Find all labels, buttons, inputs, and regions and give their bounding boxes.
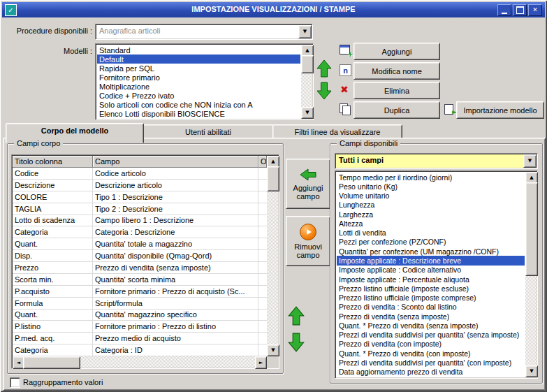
rimuovi-campo-button[interactable]: Rimuovi campo: [286, 216, 330, 266]
campo-disponibile-item[interactable]: Quantita' per confezione (UM magazzino /…: [337, 247, 525, 256]
modelli-item[interactable]: Standard: [97, 45, 300, 55]
campo-disponibile-item[interactable]: Prezzo di vendita : Sconto dal listino: [337, 303, 525, 312]
column-header-campo[interactable]: Campo: [93, 156, 258, 168]
table-vertical-scrollbar[interactable]: ▲ ▼: [267, 156, 278, 356]
campo-disponibile-item[interactable]: Tempo medio per il riordino (giorni): [337, 173, 525, 182]
modelli-item[interactable]: Elenco Lotti disponibili BIOSCIENCE: [97, 109, 300, 118]
procedure-combobox-arrow-button[interactable]: ▼: [298, 25, 312, 38]
field-move-up-button[interactable]: [287, 305, 305, 326]
scroll-down-button[interactable]: ▼: [301, 107, 314, 119]
campo-disponibile-item[interactable]: Prezzi di vendita suddivisi per quantita…: [337, 358, 525, 367]
modelli-item[interactable]: Moltiplicazione: [97, 82, 300, 91]
elimina-button[interactable]: Elimina: [353, 82, 440, 99]
table-cell: P.med. acq.: [13, 333, 93, 344]
aggiungi-button[interactable]: Aggiungi: [353, 43, 440, 60]
table-row[interactable]: CategoriaCategoria : Descrizione: [13, 226, 267, 238]
table-row[interactable]: P.acquistoFornitore primario : Prezzo di…: [13, 286, 267, 298]
modelli-item[interactable]: Fornitore primario: [97, 73, 300, 82]
table-row[interactable]: P.med. acq.Prezzo medio di acquisto: [13, 333, 267, 344]
scrollbar-thumb[interactable]: [267, 166, 279, 191]
procedure-label: Procedure disponibili :: [6, 27, 92, 35]
campo-disponibile-item[interactable]: Imposte applicate : Codice alternativo: [337, 266, 525, 275]
campo-disponibile-item[interactable]: Prezzo di vendita (con imposte): [337, 340, 525, 349]
table-horizontal-scrollbar[interactable]: ◄ ►: [13, 356, 267, 368]
table-row[interactable]: FormulaScript/formula: [13, 298, 267, 310]
scrollbar-corner: [267, 356, 278, 368]
campi-disponibili-scrollbar[interactable]: ▲ ▼: [525, 172, 537, 377]
check-icon: ✓: [8, 6, 13, 14]
scroll-down-button[interactable]: ▼: [267, 344, 279, 356]
field-move-down-button[interactable]: [287, 332, 305, 353]
table-cell: Categoria : ID: [93, 344, 258, 356]
model-move-up-button[interactable]: [316, 59, 333, 78]
campo-disponibile-item[interactable]: Quant. * Prezzo di vendita (senza impost…: [337, 321, 525, 330]
modelli-item[interactable]: Default: [97, 55, 300, 64]
table-row[interactable]: Quant.Quantita' magazzino specifico: [13, 310, 267, 321]
campo-disponibile-item[interactable]: Altezza: [337, 219, 525, 228]
modifica-nome-button[interactable]: Modifica nome: [353, 62, 440, 80]
scrollbar-thumb[interactable]: [301, 55, 314, 73]
model-move-down-button[interactable]: [316, 81, 333, 101]
campo-disponibile-item[interactable]: Prezzo listino ufficiale (imposte compre…: [337, 293, 525, 302]
table-row[interactable]: CodiceCodice articolo: [13, 168, 267, 180]
table-row[interactable]: Lotto di scadenzaCampo libero 1 : Descri…: [13, 215, 267, 227]
campo-disponibile-item[interactable]: Peso unitario (Kg): [337, 182, 525, 191]
arrow-right-icon: ►: [259, 361, 263, 365]
maximize-icon: [516, 6, 524, 14]
campi-filter-combobox[interactable]: Tutti i campi ▼: [335, 153, 538, 169]
modelli-item[interactable]: Solo articoli con codice che NON inizia …: [97, 100, 300, 109]
procedure-combobox-value: Anagrafica articoli: [99, 27, 160, 35]
table-cell: [258, 310, 267, 321]
campo-disponibile-item[interactable]: Prezzo di vendita (senza imposte): [337, 312, 525, 321]
window-title: IMPOSTAZIONE VISUALIZZAZIONI / STAMPE: [58, 5, 489, 13]
table-row[interactable]: PrezzoPrezzo di vendita (senza imposte): [13, 262, 267, 274]
scroll-down-button[interactable]: ▼: [525, 365, 538, 377]
campo-disponibile-item[interactable]: Lunghezza: [337, 201, 525, 210]
modelli-item[interactable]: Codice + Prezzo ivato: [97, 91, 300, 100]
campo-disponibile-item[interactable]: Prezzi di vendita suddivisi per quantita…: [337, 331, 525, 340]
scroll-right-button[interactable]: ►: [255, 356, 267, 369]
campo-disponibile-item[interactable]: Quant. * Prezzo di vendita (con imposte): [337, 349, 525, 358]
maximize-button[interactable]: [513, 4, 527, 16]
table-row[interactable]: Quant.Quantita' totale a magazzino: [13, 238, 267, 250]
minimize-button[interactable]: [497, 4, 511, 16]
close-button[interactable]: ✕: [528, 4, 542, 16]
campo-disponibile-item[interactable]: Pezzi per confezione (PZ/CONF): [337, 238, 525, 247]
campo-disponibile-item[interactable]: Imposte applicate : Descrizione breve: [337, 256, 525, 265]
procedure-combobox[interactable]: Anagrafica articoli ▼: [95, 24, 313, 40]
campo-disponibile-item[interactable]: Larghezza: [337, 210, 525, 219]
campi-corpo-table[interactable]: Titolo colonna Campo Ordi CodiceCodice a…: [11, 154, 279, 369]
table-row[interactable]: P.listinoFornitore primario : Prezzo di …: [13, 321, 267, 333]
scrollbar-thumb[interactable]: [525, 182, 538, 276]
campo-disponibile-item[interactable]: Data aggiornamento prezzo di vendita: [337, 368, 525, 377]
campo-disponibile-item[interactable]: Imposte applicate : Percentuale aliquota: [337, 275, 525, 284]
aggiungi-icon: +: [340, 45, 351, 57]
table-cell: Fornitore primario : Prezzo di listino: [93, 321, 258, 332]
modelli-listbox[interactable]: StandardDefaultRapida per SQLFornitore p…: [95, 43, 314, 120]
table-row[interactable]: TAGLIATipo 2 : Descrizione: [13, 203, 267, 215]
titlebar[interactable]: ✓ IMPOSTAZIONE VISUALIZZAZIONI / STAMPE …: [2, 2, 545, 17]
table-row[interactable]: CategoriaCategoria : ID: [13, 344, 267, 356]
campi-corpo-group-label: Campi corpo: [14, 139, 63, 147]
table-row[interactable]: Scorta min.Quantita' scorta minima: [13, 274, 267, 286]
modelli-item[interactable]: Rapida per SQL: [97, 64, 300, 73]
aggiungi-campo-button[interactable]: Aggiungi campo: [286, 159, 330, 209]
raggruppamento-checkbox[interactable]: [10, 377, 20, 388]
campi-filter-combobox-arrow-button[interactable]: ▼: [523, 154, 537, 168]
duplica-button[interactable]: Duplica: [353, 101, 440, 119]
campo-disponibile-item[interactable]: Volume unitario: [337, 191, 525, 201]
campo-disponibile-item[interactable]: Prezzo listino ufficiale (imposte esclus…: [337, 284, 525, 293]
table-row[interactable]: Disp.Quantita' disponibile (Qmag-Qord): [13, 250, 267, 262]
campi-disponibili-group-label: Campi disponibili: [337, 139, 400, 147]
tab-label: Utenti abilitati: [185, 128, 231, 136]
table-row[interactable]: DescrizioneDescrizione articolo: [13, 180, 267, 191]
column-header-ordinamento[interactable]: Ordi: [258, 156, 267, 168]
campo-disponibile-item[interactable]: Lotti di vendita: [337, 228, 525, 238]
table-cell: Descrizione: [13, 180, 93, 191]
modelli-scrollbar[interactable]: ▲ ▼: [301, 45, 312, 119]
column-header-titolo-colonna[interactable]: Titolo colonna: [13, 156, 93, 168]
campi-disponibili-listbox[interactable]: Tempo medio per il riordino (giorni)Peso…: [335, 170, 538, 379]
scrollbar-thumb[interactable]: [23, 356, 80, 369]
importazione-modello-button[interactable]: Importazione modello: [456, 101, 544, 119]
table-row[interactable]: COLORETipo 1 : Descrizione: [13, 191, 267, 203]
